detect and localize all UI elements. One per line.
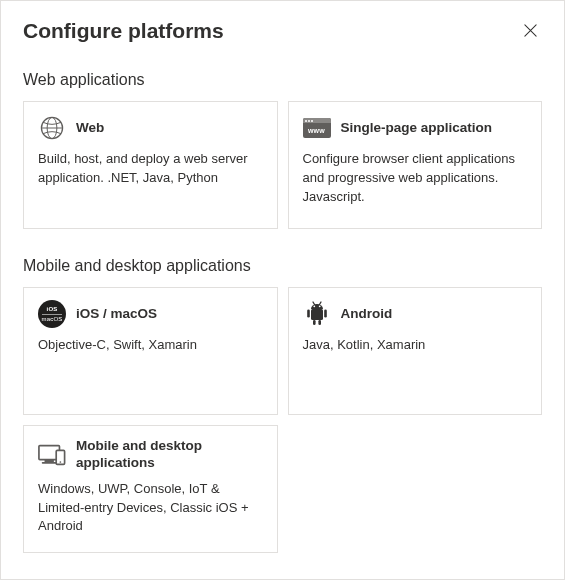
- ios-macos-icon: iOS macOS: [38, 300, 66, 328]
- section-web-applications: Web applications Web Build, host, and de…: [23, 71, 542, 229]
- card-title: Web: [76, 120, 104, 137]
- platform-card-desktop[interactable]: Mobile and desktop applications Windows,…: [23, 425, 278, 553]
- card-title: Android: [341, 306, 393, 323]
- card-description: Java, Kotlin, Xamarin: [303, 336, 528, 355]
- svg-rect-7: [318, 320, 321, 325]
- page-title: Configure platforms: [23, 19, 224, 43]
- card-title: Mobile and desktop applications: [76, 438, 263, 472]
- svg-point-16: [60, 461, 62, 463]
- svg-rect-4: [307, 310, 310, 318]
- section-heading-mobile: Mobile and desktop applications: [23, 257, 542, 275]
- card-description: Objective-C, Swift, Xamarin: [38, 336, 263, 355]
- close-icon: [523, 23, 538, 38]
- svg-rect-14: [42, 462, 57, 464]
- card-description: Windows, UWP, Console, IoT & Limited-ent…: [38, 480, 263, 537]
- platform-card-web[interactable]: Web Build, host, and deploy a web server…: [23, 101, 278, 229]
- card-description: Build, host, and deploy a web server app…: [38, 150, 263, 188]
- svg-rect-6: [313, 320, 316, 325]
- svg-point-11: [318, 305, 320, 307]
- desktop-icon: [38, 441, 66, 469]
- svg-line-8: [313, 302, 315, 305]
- platform-card-android[interactable]: Android Java, Kotlin, Xamarin: [288, 287, 543, 415]
- svg-rect-3: [311, 309, 323, 320]
- card-title: Single-page application: [341, 120, 493, 137]
- svg-rect-5: [324, 310, 327, 318]
- section-heading-web: Web applications: [23, 71, 542, 89]
- close-button[interactable]: [519, 19, 542, 42]
- card-description: Configure browser client applications an…: [303, 150, 528, 207]
- platform-card-ios-macos[interactable]: iOS macOS iOS / macOS Objective-C, Swift…: [23, 287, 278, 415]
- svg-point-10: [313, 305, 315, 307]
- android-icon: [303, 300, 331, 328]
- section-mobile-desktop: Mobile and desktop applications iOS macO…: [23, 257, 542, 553]
- svg-line-9: [319, 302, 321, 305]
- card-title: iOS / macOS: [76, 306, 157, 323]
- browser-www-icon: www: [303, 114, 331, 142]
- svg-rect-13: [45, 460, 54, 462]
- globe-icon: [38, 114, 66, 142]
- platform-card-spa[interactable]: www Single-page application Configure br…: [288, 101, 543, 229]
